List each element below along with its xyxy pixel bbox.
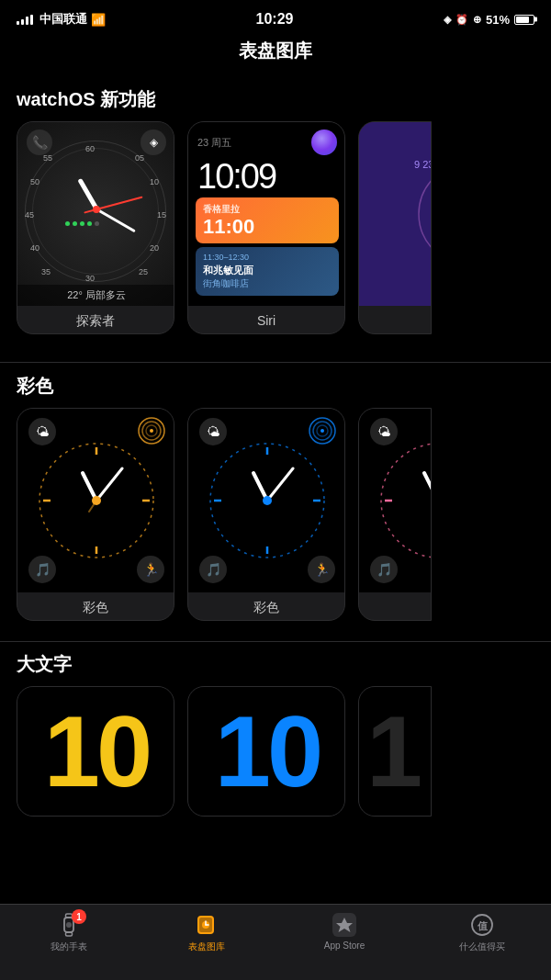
tab-face-gallery-label: 表盘图库 (188, 941, 225, 953)
siri-location-label: 香格里拉 (203, 203, 332, 216)
large-text-faces-row: 10 10 1 (0, 686, 551, 831)
face-label-color-gold: 彩色 (17, 592, 174, 620)
face-card-siri[interactable]: 23 周五 10:09 香格里拉 11:00 11:30–12:30 和兆敏见面… (187, 121, 345, 334)
tick-60: 60 (85, 144, 95, 153)
tab-face-gallery[interactable]: 表盘图库 (138, 912, 276, 953)
svg-line-39 (424, 473, 432, 501)
face-card-large-partial[interactable]: 1 (358, 686, 432, 817)
status-time: 10:29 (256, 11, 294, 28)
gold-complication-bl: 🎵 (28, 556, 56, 583)
blue-clock-svg (203, 436, 332, 565)
battery-percent: 51% (486, 13, 510, 27)
tab-app-store[interactable]: App Store (276, 912, 413, 951)
weather-text: 22° 局部多云 (17, 285, 174, 306)
svg-line-31 (253, 473, 267, 501)
tick-35: 35 (41, 267, 51, 276)
svg-line-32 (267, 468, 293, 501)
siri-top-row: 23 周五 (196, 130, 339, 155)
tick-20: 20 (150, 243, 159, 253)
tick-40: 40 (30, 243, 39, 253)
bluetooth-icon: ⊕ (473, 14, 481, 26)
tab-bar: 1 我的手表 表盘图库 App Store (0, 904, 551, 980)
siri-event-name: 和兆敏见面 (203, 264, 332, 277)
tick-15: 15 (157, 210, 166, 220)
siri-date: 23 周五 (197, 136, 231, 150)
carrier-label: 中国联通 (39, 11, 87, 28)
tab-app-store-icon (332, 912, 357, 938)
section-header-color: 彩色 (0, 363, 551, 408)
siri-location-card: 香格里拉 11:00 (196, 197, 339, 243)
siri-time: 10:09 (196, 159, 339, 194)
color-faces-row: 🌤 (0, 408, 551, 636)
tab-my-watch-icon: 1 (56, 912, 82, 938)
tab-worth-buy-label: 什么值得买 (459, 941, 505, 953)
alarm-icon: ⏰ (455, 14, 468, 26)
purple-face-svg: 6 9 23 (359, 122, 432, 306)
tab-app-store-label: App Store (324, 941, 365, 951)
tab-my-watch[interactable]: 1 我的手表 (0, 912, 138, 953)
svg-text:9 23: 9 23 (414, 159, 432, 170)
large-text-yellow: 10 (44, 701, 149, 802)
tick-30: 30 (85, 274, 95, 283)
status-right: ◈ ⏰ ⊕ 51% (444, 13, 534, 27)
svg-line-18 (83, 473, 96, 501)
pink-complication-tl: 🌤 (370, 418, 398, 445)
face-card-large-blue[interactable]: 10 (187, 686, 345, 817)
tab-my-watch-badge: 1 (72, 909, 86, 924)
signal-icon (17, 15, 33, 25)
wifi-icon: 📶 (91, 13, 106, 27)
gold-complication-br: 🏃 (137, 556, 164, 583)
svg-line-19 (96, 468, 122, 501)
watchos-new-faces-row: 60 05 55 10 50 15 45 20 40 25 35 30 📞 ◈ (0, 121, 551, 349)
face-labels-row-1 (0, 349, 551, 356)
svg-rect-0 (359, 122, 432, 306)
tick-50: 50 (30, 177, 39, 186)
blue-complication-br: 🏃 (308, 556, 335, 583)
tab-worth-buy[interactable]: 值 什么值得买 (413, 912, 551, 953)
large-text-partial: 1 (366, 701, 419, 802)
complication-navigation: ◈ (141, 130, 166, 155)
blue-concentric (308, 416, 337, 449)
battery-icon (514, 15, 534, 25)
location-icon: ◈ (444, 14, 451, 26)
complication-phone: 📞 (27, 130, 52, 155)
section-header-large-text: 大文字 (0, 641, 551, 686)
gold-concentric (137, 416, 166, 449)
tab-face-gallery-icon (194, 912, 219, 938)
svg-point-12 (150, 429, 153, 433)
gold-complication-tl: 🌤 (28, 418, 56, 445)
gold-clock-svg (32, 436, 161, 565)
tab-worth-buy-icon: 值 (469, 912, 495, 938)
face-label-siri: Siri (188, 306, 344, 332)
pink-clock-svg (374, 436, 432, 565)
blue-complication-bl: 🎵 (199, 556, 227, 583)
face-card-explorer[interactable]: 60 05 55 10 50 15 45 20 40 25 35 30 📞 ◈ (17, 121, 174, 334)
svg-point-33 (263, 496, 272, 505)
siri-event-time: 11:30–12:30 (203, 253, 332, 262)
svg-point-25 (320, 429, 324, 433)
svg-rect-44 (66, 932, 73, 936)
large-text-blue: 10 (215, 701, 320, 802)
face-label-explorer: 探索者 (17, 306, 174, 333)
tick-10: 10 (150, 177, 159, 186)
siri-event-card: 11:30–12:30 和兆敏见面 街角咖啡店 (196, 247, 339, 296)
svg-text:值: 值 (477, 920, 489, 931)
page-title: 表盘图库 (0, 31, 551, 76)
tick-45: 45 (25, 210, 34, 220)
face-card-partial-wan[interactable]: 6 9 23 (358, 121, 432, 334)
siri-event-place: 街角咖啡店 (203, 277, 332, 290)
face-card-partial-pink[interactable]: 🌤 🎵 (358, 408, 432, 621)
face-card-color-gold[interactable]: 🌤 (17, 408, 174, 621)
tick-05: 05 (135, 153, 144, 163)
section-header-watchos: watchOS 新功能 (0, 76, 551, 121)
siri-location-time: 11:00 (203, 216, 332, 238)
svg-point-45 (66, 922, 72, 928)
face-label-color-blue: 彩色 (188, 592, 344, 620)
siri-ball-icon (311, 130, 337, 155)
tab-my-watch-label: 我的手表 (51, 941, 87, 953)
face-card-color-blue[interactable]: 🌤 (187, 408, 345, 621)
tick-25: 25 (139, 267, 148, 276)
pink-complication-bl: 🎵 (370, 556, 398, 583)
face-card-large-yellow[interactable]: 10 (17, 686, 174, 817)
status-bar: 中国联通 📶 10:29 ◈ ⏰ ⊕ 51% (0, 0, 551, 31)
